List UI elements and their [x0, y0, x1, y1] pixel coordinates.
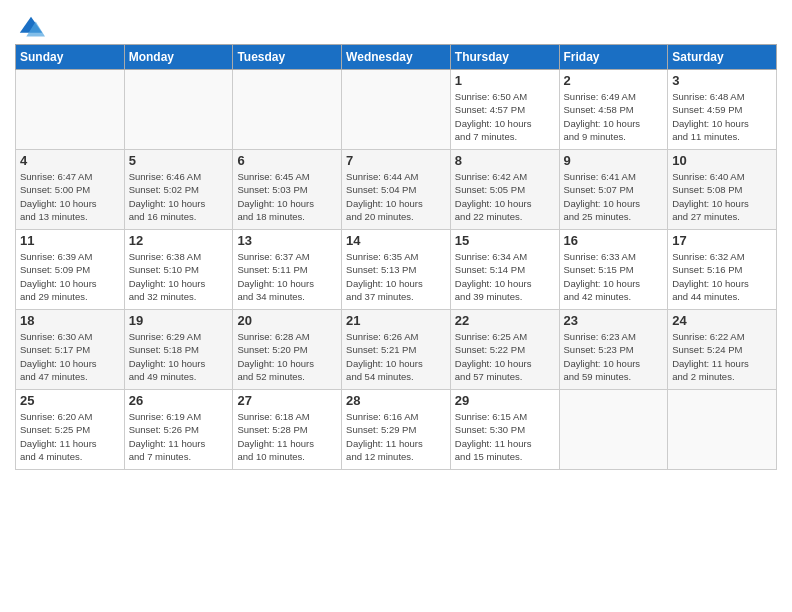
week-row-3: 11Sunrise: 6:39 AM Sunset: 5:09 PM Dayli… [16, 230, 777, 310]
header [15, 10, 777, 38]
day-number: 4 [20, 153, 120, 168]
header-row: SundayMondayTuesdayWednesdayThursdayFrid… [16, 45, 777, 70]
week-row-2: 4Sunrise: 6:47 AM Sunset: 5:00 PM Daylig… [16, 150, 777, 230]
day-info: Sunrise: 6:22 AM Sunset: 5:24 PM Dayligh… [672, 330, 772, 383]
col-header-friday: Friday [559, 45, 668, 70]
day-cell: 28Sunrise: 6:16 AM Sunset: 5:29 PM Dayli… [342, 390, 451, 470]
day-info: Sunrise: 6:30 AM Sunset: 5:17 PM Dayligh… [20, 330, 120, 383]
day-number: 23 [564, 313, 664, 328]
day-cell: 1Sunrise: 6:50 AM Sunset: 4:57 PM Daylig… [450, 70, 559, 150]
day-number: 15 [455, 233, 555, 248]
day-cell: 27Sunrise: 6:18 AM Sunset: 5:28 PM Dayli… [233, 390, 342, 470]
day-number: 8 [455, 153, 555, 168]
day-cell: 5Sunrise: 6:46 AM Sunset: 5:02 PM Daylig… [124, 150, 233, 230]
day-cell: 7Sunrise: 6:44 AM Sunset: 5:04 PM Daylig… [342, 150, 451, 230]
day-cell: 11Sunrise: 6:39 AM Sunset: 5:09 PM Dayli… [16, 230, 125, 310]
day-cell: 2Sunrise: 6:49 AM Sunset: 4:58 PM Daylig… [559, 70, 668, 150]
day-info: Sunrise: 6:26 AM Sunset: 5:21 PM Dayligh… [346, 330, 446, 383]
day-info: Sunrise: 6:37 AM Sunset: 5:11 PM Dayligh… [237, 250, 337, 303]
day-number: 18 [20, 313, 120, 328]
day-cell: 10Sunrise: 6:40 AM Sunset: 5:08 PM Dayli… [668, 150, 777, 230]
day-cell: 23Sunrise: 6:23 AM Sunset: 5:23 PM Dayli… [559, 310, 668, 390]
day-info: Sunrise: 6:38 AM Sunset: 5:10 PM Dayligh… [129, 250, 229, 303]
day-cell: 29Sunrise: 6:15 AM Sunset: 5:30 PM Dayli… [450, 390, 559, 470]
day-cell: 13Sunrise: 6:37 AM Sunset: 5:11 PM Dayli… [233, 230, 342, 310]
day-number: 3 [672, 73, 772, 88]
day-number: 20 [237, 313, 337, 328]
day-number: 24 [672, 313, 772, 328]
day-number: 16 [564, 233, 664, 248]
day-number: 13 [237, 233, 337, 248]
day-info: Sunrise: 6:33 AM Sunset: 5:15 PM Dayligh… [564, 250, 664, 303]
day-info: Sunrise: 6:47 AM Sunset: 5:00 PM Dayligh… [20, 170, 120, 223]
day-cell [233, 70, 342, 150]
day-number: 29 [455, 393, 555, 408]
day-info: Sunrise: 6:23 AM Sunset: 5:23 PM Dayligh… [564, 330, 664, 383]
day-cell: 25Sunrise: 6:20 AM Sunset: 5:25 PM Dayli… [16, 390, 125, 470]
col-header-monday: Monday [124, 45, 233, 70]
day-cell: 26Sunrise: 6:19 AM Sunset: 5:26 PM Dayli… [124, 390, 233, 470]
day-info: Sunrise: 6:45 AM Sunset: 5:03 PM Dayligh… [237, 170, 337, 223]
main-container: SundayMondayTuesdayWednesdayThursdayFrid… [0, 0, 792, 475]
day-info: Sunrise: 6:20 AM Sunset: 5:25 PM Dayligh… [20, 410, 120, 463]
day-info: Sunrise: 6:42 AM Sunset: 5:05 PM Dayligh… [455, 170, 555, 223]
day-number: 6 [237, 153, 337, 168]
day-number: 21 [346, 313, 446, 328]
day-number: 11 [20, 233, 120, 248]
day-cell: 20Sunrise: 6:28 AM Sunset: 5:20 PM Dayli… [233, 310, 342, 390]
day-cell: 12Sunrise: 6:38 AM Sunset: 5:10 PM Dayli… [124, 230, 233, 310]
day-cell [668, 390, 777, 470]
day-number: 25 [20, 393, 120, 408]
col-header-sunday: Sunday [16, 45, 125, 70]
day-info: Sunrise: 6:35 AM Sunset: 5:13 PM Dayligh… [346, 250, 446, 303]
day-number: 10 [672, 153, 772, 168]
day-info: Sunrise: 6:49 AM Sunset: 4:58 PM Dayligh… [564, 90, 664, 143]
day-cell [342, 70, 451, 150]
day-number: 7 [346, 153, 446, 168]
day-cell: 8Sunrise: 6:42 AM Sunset: 5:05 PM Daylig… [450, 150, 559, 230]
day-cell: 6Sunrise: 6:45 AM Sunset: 5:03 PM Daylig… [233, 150, 342, 230]
day-cell: 14Sunrise: 6:35 AM Sunset: 5:13 PM Dayli… [342, 230, 451, 310]
day-number: 26 [129, 393, 229, 408]
day-info: Sunrise: 6:50 AM Sunset: 4:57 PM Dayligh… [455, 90, 555, 143]
day-info: Sunrise: 6:15 AM Sunset: 5:30 PM Dayligh… [455, 410, 555, 463]
col-header-tuesday: Tuesday [233, 45, 342, 70]
day-number: 27 [237, 393, 337, 408]
day-info: Sunrise: 6:40 AM Sunset: 5:08 PM Dayligh… [672, 170, 772, 223]
day-cell: 22Sunrise: 6:25 AM Sunset: 5:22 PM Dayli… [450, 310, 559, 390]
day-info: Sunrise: 6:32 AM Sunset: 5:16 PM Dayligh… [672, 250, 772, 303]
day-cell [559, 390, 668, 470]
day-cell [124, 70, 233, 150]
week-row-1: 1Sunrise: 6:50 AM Sunset: 4:57 PM Daylig… [16, 70, 777, 150]
day-info: Sunrise: 6:39 AM Sunset: 5:09 PM Dayligh… [20, 250, 120, 303]
day-cell: 21Sunrise: 6:26 AM Sunset: 5:21 PM Dayli… [342, 310, 451, 390]
col-header-saturday: Saturday [668, 45, 777, 70]
day-info: Sunrise: 6:44 AM Sunset: 5:04 PM Dayligh… [346, 170, 446, 223]
day-info: Sunrise: 6:48 AM Sunset: 4:59 PM Dayligh… [672, 90, 772, 143]
day-number: 2 [564, 73, 664, 88]
day-cell: 15Sunrise: 6:34 AM Sunset: 5:14 PM Dayli… [450, 230, 559, 310]
week-row-4: 18Sunrise: 6:30 AM Sunset: 5:17 PM Dayli… [16, 310, 777, 390]
day-info: Sunrise: 6:28 AM Sunset: 5:20 PM Dayligh… [237, 330, 337, 383]
day-info: Sunrise: 6:41 AM Sunset: 5:07 PM Dayligh… [564, 170, 664, 223]
day-info: Sunrise: 6:19 AM Sunset: 5:26 PM Dayligh… [129, 410, 229, 463]
day-info: Sunrise: 6:29 AM Sunset: 5:18 PM Dayligh… [129, 330, 229, 383]
day-number: 9 [564, 153, 664, 168]
day-number: 1 [455, 73, 555, 88]
day-number: 28 [346, 393, 446, 408]
day-info: Sunrise: 6:25 AM Sunset: 5:22 PM Dayligh… [455, 330, 555, 383]
calendar-table: SundayMondayTuesdayWednesdayThursdayFrid… [15, 44, 777, 470]
day-cell: 17Sunrise: 6:32 AM Sunset: 5:16 PM Dayli… [668, 230, 777, 310]
day-cell: 3Sunrise: 6:48 AM Sunset: 4:59 PM Daylig… [668, 70, 777, 150]
day-info: Sunrise: 6:16 AM Sunset: 5:29 PM Dayligh… [346, 410, 446, 463]
day-number: 12 [129, 233, 229, 248]
day-number: 14 [346, 233, 446, 248]
day-cell: 18Sunrise: 6:30 AM Sunset: 5:17 PM Dayli… [16, 310, 125, 390]
day-cell: 19Sunrise: 6:29 AM Sunset: 5:18 PM Dayli… [124, 310, 233, 390]
day-number: 19 [129, 313, 229, 328]
logo [15, 14, 45, 38]
day-cell [16, 70, 125, 150]
col-header-thursday: Thursday [450, 45, 559, 70]
day-number: 17 [672, 233, 772, 248]
week-row-5: 25Sunrise: 6:20 AM Sunset: 5:25 PM Dayli… [16, 390, 777, 470]
